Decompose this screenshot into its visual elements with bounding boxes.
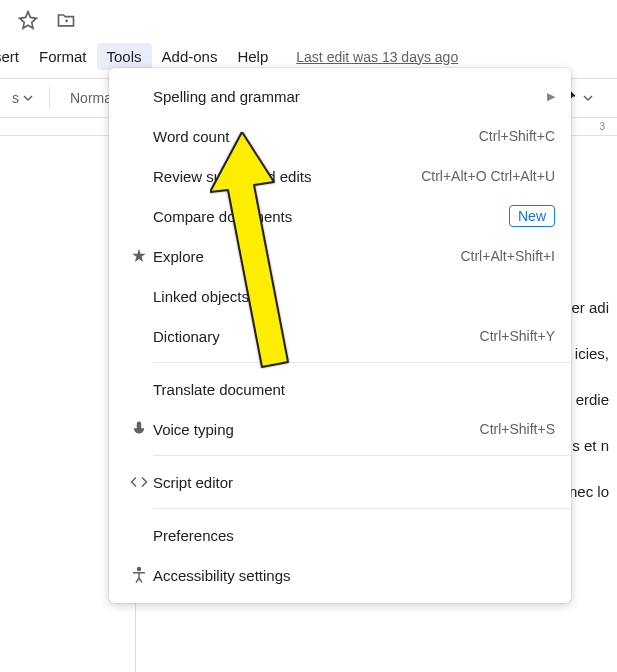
menu-item-shortcut: Ctrl+Shift+Y (480, 328, 555, 344)
doc-text-fragment: er adi (571, 299, 609, 316)
menu-dictionary[interactable]: Dictionary Ctrl+Shift+Y (109, 316, 571, 356)
explore-icon (125, 247, 153, 265)
menu-item-shortcut: Ctrl+Alt+O Ctrl+Alt+U (421, 168, 555, 184)
menu-item-label: Spelling and grammar (153, 88, 547, 105)
menu-translate[interactable]: Translate document (109, 369, 571, 409)
doc-text-fragment: erdie (576, 391, 609, 408)
menu-item-label: Explore (153, 248, 460, 265)
code-icon (125, 473, 153, 491)
menu-item-shortcut: Ctrl+Shift+S (480, 421, 555, 437)
move-folder-icon[interactable] (56, 10, 76, 33)
star-icon[interactable] (18, 10, 38, 33)
new-badge: New (509, 205, 555, 227)
menu-item-label: Voice typing (153, 421, 480, 438)
last-edit-link[interactable]: Last edit was 13 days ago (296, 49, 458, 65)
menu-separator (153, 508, 571, 509)
chevron-down-icon (583, 93, 593, 103)
menu-tools[interactable]: Tools (97, 43, 152, 70)
menu-voice-typing[interactable]: Voice typing Ctrl+Shift+S (109, 409, 571, 449)
menu-item-label: Script editor (153, 474, 555, 491)
menu-item-shortcut: Ctrl+Alt+Shift+I (460, 248, 555, 264)
ruler-mark: 3 (599, 121, 605, 132)
menu-script-editor[interactable]: Script editor (109, 462, 571, 502)
svg-point-0 (138, 568, 141, 571)
menu-spelling-grammar[interactable]: Spelling and grammar ▶ (109, 76, 571, 116)
menu-addons[interactable]: Add-ons (152, 43, 228, 70)
menu-item-label: Review suggested edits (153, 168, 421, 185)
menu-item-label: Accessibility settings (153, 567, 555, 584)
menu-item-label: Linked objects (153, 288, 555, 305)
menu-accessibility[interactable]: Accessibility settings (109, 555, 571, 595)
accessibility-icon (125, 566, 153, 584)
menu-help[interactable]: Help (227, 43, 278, 70)
menu-separator (153, 455, 571, 456)
menu-format[interactable]: Format (29, 43, 97, 70)
menu-review-suggested[interactable]: Review suggested edits Ctrl+Alt+O Ctrl+A… (109, 156, 571, 196)
menu-item-label: Word count (153, 128, 479, 145)
menu-explore[interactable]: Explore Ctrl+Alt+Shift+I (109, 236, 571, 276)
chevron-down-icon (23, 93, 33, 103)
tools-dropdown-menu: Spelling and grammar ▶ Word count Ctrl+S… (109, 68, 571, 603)
menu-insert[interactable]: sert (0, 43, 29, 70)
menu-preferences[interactable]: Preferences (109, 515, 571, 555)
submenu-arrow-icon: ▶ (547, 90, 555, 103)
doc-text-fragment: nec lo (569, 483, 609, 500)
menu-linked-objects[interactable]: Linked objects (109, 276, 571, 316)
menu-item-label: Preferences (153, 527, 555, 544)
menu-word-count[interactable]: Word count Ctrl+Shift+C (109, 116, 571, 156)
doc-text-fragment: s et n (572, 437, 609, 454)
menu-item-label: Dictionary (153, 328, 480, 345)
mic-icon (125, 420, 153, 438)
menu-compare-documents[interactable]: Compare documents New (109, 196, 571, 236)
doc-text-fragment: icies, (575, 345, 609, 362)
menu-separator (153, 362, 571, 363)
menu-item-label: Compare documents (153, 208, 509, 225)
menu-item-shortcut: Ctrl+Shift+C (479, 128, 555, 144)
menu-item-label: Translate document (153, 381, 555, 398)
toolbar-styles-dropdown[interactable]: s (0, 90, 39, 106)
